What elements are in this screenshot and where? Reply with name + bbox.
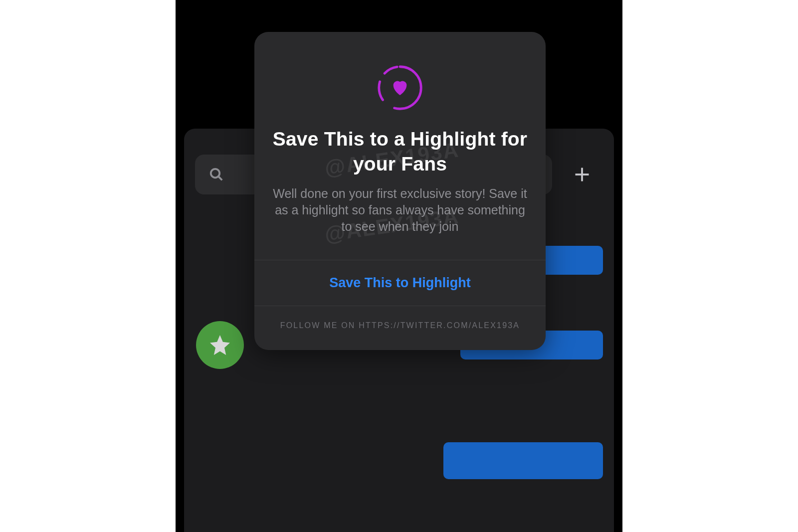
modal-description: Well done on your first exclusive story!… [272, 185, 528, 235]
follow-button[interactable] [443, 442, 603, 479]
star-icon [208, 333, 232, 357]
heart-icon [390, 78, 410, 98]
highlight-modal: Save This to a Highlight for your Fans W… [254, 32, 546, 350]
modal-title: Save This to a Highlight for your Fans [272, 127, 528, 177]
svg-point-0 [211, 169, 220, 178]
modal-footer-credit: FOLLOW ME ON HTTPS://TWITTER.COM/ALEX193… [254, 306, 546, 350]
search-icon [209, 167, 224, 182]
heart-ring-icon [376, 64, 424, 112]
avatar [196, 321, 244, 369]
list-item[interactable] [195, 436, 603, 486]
plus-icon [573, 166, 591, 183]
save-highlight-button[interactable]: Save This to Highlight [254, 260, 546, 306]
svg-line-1 [218, 177, 222, 180]
add-button[interactable] [567, 166, 597, 183]
app-frame: Save This to a Highlight for your Fans W… [176, 0, 622, 532]
modal-body: Save This to a Highlight for your Fans W… [254, 32, 546, 260]
